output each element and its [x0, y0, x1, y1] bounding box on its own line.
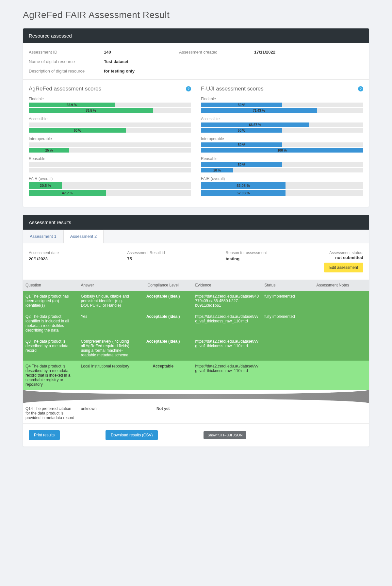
- status-value: not submitted: [324, 255, 363, 260]
- th-evidence: Evidence: [192, 280, 262, 291]
- cell-notes: [314, 361, 369, 390]
- th-notes: Assessment Notes: [314, 280, 369, 291]
- cell-status: fully implemented: [262, 291, 314, 311]
- bar-fill: 25 %: [29, 148, 69, 153]
- bar-track: 25 %: [29, 148, 191, 153]
- bar-track: 50 %: [201, 103, 363, 107]
- bar-fill: 100 %: [201, 148, 363, 153]
- bar-track: 60 %: [29, 128, 191, 133]
- reason-label: Reason for assessment: [226, 251, 318, 255]
- tab-assessment-1[interactable]: Assessment 1: [23, 230, 63, 243]
- agrefed-scores: AgReFed assessment scores ? Findable52.9…: [29, 86, 191, 200]
- cell-question: Q4 The data product is described by a me…: [23, 361, 78, 390]
- tabs: Assessment 1 Assessment 2: [23, 230, 369, 243]
- bar-fill: 60 %: [29, 128, 126, 133]
- bar-track: [29, 122, 191, 127]
- cell-compliance: Acceptable: [134, 361, 192, 390]
- show-fuji-json-button[interactable]: Show full F-UJI JSON: [204, 431, 246, 439]
- score-label: FAIR (overall): [29, 176, 191, 181]
- results-table: Question Answer Compliance Level Evidenc…: [23, 280, 369, 390]
- table-row: Q1 The data product has been assigned (a…: [23, 291, 369, 311]
- bar-fill: 50 %: [201, 103, 282, 107]
- score-label: Findable: [201, 97, 363, 101]
- bar-track: [29, 162, 191, 167]
- score-group: FAIR (overall)52.08 %52.08 %: [201, 176, 363, 196]
- table-row: Q4 The data product is described by a me…: [23, 361, 369, 390]
- bar-fill: 76.5 %: [29, 108, 153, 113]
- tab-assessment-2[interactable]: Assessment 2: [63, 230, 104, 243]
- page-title: AgReFed FAIR Assessment Result: [23, 10, 369, 20]
- resource-card: Resource assessed Assessment ID 140 Asse…: [23, 28, 369, 207]
- score-group: Findable52.9 %76.5 %: [29, 97, 191, 113]
- bar-fill: 50 %: [201, 128, 282, 133]
- print-results-button[interactable]: Print results: [29, 430, 60, 440]
- cell-evidence: https://data2.cerdi.edu.au/dataset/vvg_v…: [192, 361, 262, 390]
- help-icon[interactable]: ?: [186, 86, 191, 91]
- desc-label: Description of digital resource: [29, 69, 94, 73]
- table-row: Q2 The data product identifier is includ…: [23, 311, 369, 336]
- reason-value: testing: [226, 256, 318, 261]
- score-group: Accessible60 %: [29, 117, 191, 133]
- edit-assessment-button[interactable]: Edit assessment: [324, 263, 363, 272]
- th-status: Status: [262, 280, 314, 291]
- score-label: Reusable: [29, 156, 191, 161]
- th-question: Question: [23, 280, 78, 291]
- cell-question: Q3 The data product is described by a me…: [23, 336, 78, 361]
- score-group: Reusable50 %20 %: [201, 156, 363, 172]
- score-group: Interoperable50 %100 %: [201, 137, 363, 153]
- created-value: 17/11/2022: [254, 50, 319, 55]
- cell-compliance: Acceptable (ideal): [134, 311, 192, 336]
- cell-evidence: https://data2.cerdi.edu.au/dataset/40779…: [192, 291, 262, 311]
- bar-fill: 71.43 %: [201, 108, 317, 113]
- bar-fill: 20 %: [201, 168, 233, 172]
- score-group: Findable50 %71.43 %: [201, 97, 363, 113]
- bar-fill: 47.7 %: [29, 190, 106, 196]
- cell-answer: Local institutional repository: [78, 361, 134, 390]
- score-label: Interoperable: [29, 137, 191, 141]
- bar-track: 50 %: [201, 142, 363, 147]
- bar-track: 100 %: [201, 148, 363, 153]
- bar-track: 76.5 %: [29, 108, 191, 113]
- bar-track: 52.9 %: [29, 103, 191, 107]
- name-label: Name of digital resource: [29, 59, 94, 64]
- cell-status: [262, 361, 314, 390]
- score-group: FAIR (overall)20.5 %47.7 %: [29, 176, 191, 196]
- content-break: [23, 390, 369, 403]
- bar-fill: 20.5 %: [29, 182, 62, 189]
- score-label: Accessible: [29, 117, 191, 121]
- resource-header: Resource assessed: [23, 28, 369, 43]
- cell-question: Q2 The data product identifier is includ…: [23, 311, 78, 336]
- bar-track: 47.7 %: [29, 190, 191, 196]
- bar-track: 50 %: [201, 162, 363, 167]
- help-icon[interactable]: ?: [358, 86, 363, 91]
- fuji-scores: F-UJI assessment scores ? Findable50 %71…: [201, 86, 363, 200]
- table-row: Q14 The preferred citation for the data …: [23, 403, 369, 424]
- name-value: Test dataset: [104, 59, 169, 64]
- rid-value: 75: [127, 256, 219, 261]
- download-csv-button[interactable]: Download results (CSV): [106, 430, 158, 440]
- cell-status: [262, 336, 314, 361]
- bar-track: 52.08 %: [201, 182, 363, 189]
- bar-fill: 52.9 %: [29, 103, 115, 107]
- cell-compliance: Acceptable (ideal): [134, 336, 192, 361]
- cell-evidence: https://data2.cerdi.edu.au/dataset/vvg_v…: [192, 311, 262, 336]
- cell-status: [262, 403, 314, 424]
- cell-answer: Comprehensively (including all AgReFed r…: [78, 336, 134, 361]
- cell-notes: [314, 403, 369, 424]
- cell-notes: [314, 291, 369, 311]
- assessment-id-value: 140: [104, 50, 169, 55]
- th-answer: Answer: [78, 280, 134, 291]
- cell-question: Q14 The preferred citation for the data …: [23, 403, 78, 424]
- bar-track: 20.5 %: [29, 182, 191, 189]
- score-group: Reusable: [29, 156, 191, 172]
- date-label: Assessment date: [29, 251, 121, 255]
- bar-track: [29, 142, 191, 147]
- cell-compliance: Acceptable (ideal): [134, 291, 192, 311]
- bar-track: 66.67 %: [201, 122, 363, 127]
- bar-fill: 50 %: [201, 142, 282, 147]
- date-value: 20/1/2023: [29, 256, 121, 261]
- agrefed-title: AgReFed assessment scores: [29, 86, 101, 92]
- score-label: Reusable: [201, 156, 363, 161]
- bar-fill: 52.08 %: [201, 190, 286, 196]
- bar-fill: 50 %: [201, 162, 282, 167]
